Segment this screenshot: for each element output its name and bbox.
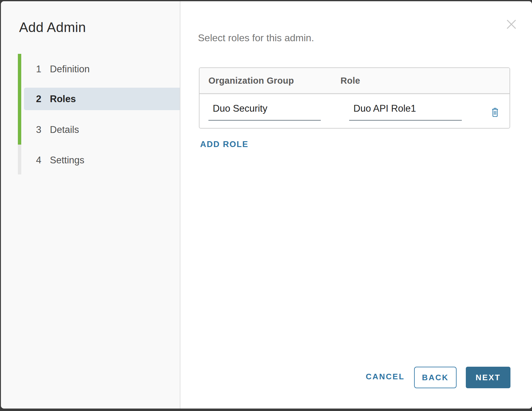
trash-icon	[490, 107, 500, 118]
column-header-role: Role	[341, 76, 510, 86]
wizard-step-definition[interactable]: 1 Definition	[24, 58, 180, 80]
wizard-step-roles[interactable]: 2 Roles	[24, 88, 180, 110]
column-header-organization-group: Organization Group	[200, 76, 341, 86]
wizard-step-details[interactable]: 3 Details	[24, 118, 180, 141]
wizard-step-settings[interactable]: 4 Settings	[24, 149, 180, 171]
close-button[interactable]	[506, 18, 517, 30]
field-underline	[349, 120, 462, 121]
role-field[interactable]: Duo API Role1	[349, 102, 462, 121]
roles-table: Organization Group Role Duo Security Duo…	[199, 67, 510, 129]
add-role-button[interactable]: ADD ROLE	[200, 140, 248, 149]
step-number: 1	[36, 64, 46, 75]
organization-group-field[interactable]: Duo Security	[208, 102, 321, 121]
next-button[interactable]: NEXT	[466, 367, 510, 388]
step-label: Roles	[50, 94, 76, 105]
wizard-sidebar: Add Admin 1 Definition 2 Roles 3 Details…	[1, 1, 180, 409]
step-label: Details	[50, 124, 79, 135]
role-value: Duo API Role1	[353, 103, 416, 114]
table-row: Duo Security Duo API Role1	[200, 94, 510, 128]
organization-group-value: Duo Security	[213, 103, 267, 114]
dialog-title: Add Admin	[19, 20, 86, 35]
step-label: Settings	[50, 155, 84, 166]
cancel-button[interactable]: CANCEL	[366, 372, 405, 381]
delete-role-button[interactable]	[490, 106, 501, 118]
progress-rail-remaining	[18, 145, 21, 174]
roles-step-panel: Select roles for this admin. Organizatio…	[181, 1, 532, 409]
roles-table-header: Organization Group Role	[200, 68, 510, 94]
close-icon	[506, 19, 516, 29]
progress-rail-completed	[18, 54, 21, 145]
add-admin-modal: Add Admin 1 Definition 2 Roles 3 Details…	[1, 1, 532, 409]
step-label: Definition	[50, 64, 90, 75]
step-number: 3	[36, 124, 46, 135]
step-number: 4	[36, 155, 46, 166]
back-button[interactable]: BACK	[414, 367, 457, 388]
field-underline	[208, 120, 321, 121]
step-number: 2	[36, 94, 46, 105]
instruction-text: Select roles for this admin.	[198, 32, 314, 44]
